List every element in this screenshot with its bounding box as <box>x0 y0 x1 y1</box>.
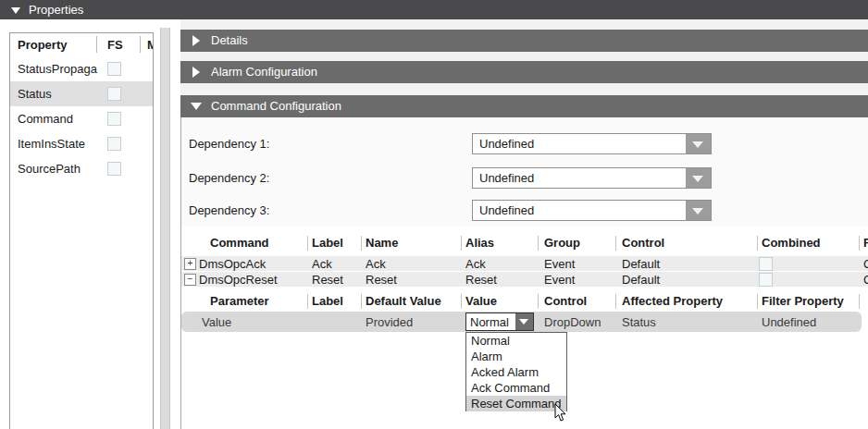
column-divider <box>140 36 141 53</box>
row-label: ItemInsState <box>18 137 103 151</box>
sidebar-item-status[interactable]: Status <box>10 81 153 106</box>
dropdown-option-normal[interactable]: Normal <box>466 333 566 349</box>
cell-affected-property: Status <box>622 315 656 329</box>
column-divider <box>96 36 97 53</box>
col-label: Label <box>312 236 343 250</box>
value-dropdown[interactable]: Normal <box>465 313 534 331</box>
cell-clipped: C <box>863 273 868 287</box>
dependency-1-dropdown[interactable]: Undefined <box>472 133 712 154</box>
collapse-triangle-icon[interactable] <box>11 7 20 14</box>
dropdown-button[interactable] <box>686 201 711 220</box>
column-divider <box>461 236 462 251</box>
cell-command: DmsOpcReset <box>199 273 278 287</box>
triangle-down-icon <box>519 319 528 325</box>
cell-default-value: Provided <box>366 315 413 329</box>
row-label: StatusPropaga <box>18 62 103 76</box>
dropdown-value: Undefined <box>479 203 534 217</box>
col-affected-property: Affected Property <box>622 294 723 308</box>
fs-checkbox[interactable] <box>107 112 121 126</box>
section-alarm-configuration[interactable]: Alarm Configuration <box>180 61 868 83</box>
column-divider <box>615 294 616 309</box>
cell-group: Event <box>544 273 575 287</box>
sidebar-item-iteminsstate[interactable]: ItemInsState <box>10 131 153 156</box>
triangle-down-icon <box>692 208 703 214</box>
expand-icon[interactable]: + <box>184 258 196 270</box>
properties-window: Properties Property FS M StatusPropaga S… <box>0 0 868 429</box>
column-divider <box>461 294 462 309</box>
section-label: Alarm Configuration <box>211 65 317 79</box>
cell-group: Event <box>544 257 575 271</box>
column-divider <box>361 294 362 309</box>
property-grid: Property FS M StatusPropaga Status Comma… <box>9 32 154 429</box>
dependency-2-dropdown[interactable]: Undefined <box>472 167 712 189</box>
col-control: Control <box>544 294 587 308</box>
mouse-cursor-icon <box>553 403 566 425</box>
section-details[interactable]: Details <box>180 30 868 52</box>
col-alias: Alias <box>465 236 494 250</box>
dependency-1-label: Dependency 1: <box>189 137 269 151</box>
cell-clipped: C <box>863 257 868 271</box>
command-row-dmsopcack[interactable]: + DmsOpcAck Ack Ack Ack Event Default C <box>181 256 868 271</box>
cell-control: Default <box>622 257 660 271</box>
col-parameter: Parameter <box>210 294 269 308</box>
cell-alias: Reset <box>465 273 497 287</box>
column-divider <box>538 294 539 309</box>
dependency-2-label: Dependency 2: <box>189 171 269 185</box>
column-divider <box>859 236 860 251</box>
dropdown-button[interactable] <box>686 134 711 153</box>
col-control: Control <box>622 236 664 250</box>
parameter-row-value[interactable]: Value Provided Normal DropDown Status Un… <box>181 312 862 332</box>
sidebar-item-statuspropagation[interactable]: StatusPropaga <box>10 56 153 81</box>
col-default-value: Default Value <box>366 294 441 308</box>
dropdown-value: Undefined <box>479 137 534 151</box>
properties-header-bar: Properties <box>0 0 868 19</box>
dropdown-button[interactable] <box>515 313 533 330</box>
column-divider <box>361 236 362 251</box>
dependency-3-dropdown[interactable]: Undefined <box>472 200 712 221</box>
dropdown-option-acked-alarm[interactable]: Acked Alarm <box>466 364 566 380</box>
cell-command: DmsOpcAck <box>199 257 266 271</box>
column-divider <box>307 294 308 309</box>
dropdown-button[interactable] <box>686 168 711 188</box>
column-divider <box>538 236 539 251</box>
sidebar-item-command[interactable]: Command <box>10 106 153 131</box>
combined-checkbox[interactable] <box>759 257 773 271</box>
dropdown-option-reset-command[interactable]: Reset Command <box>466 396 566 411</box>
property-grid-header: Property FS M <box>10 33 153 56</box>
cell-parameter: Value <box>202 315 231 329</box>
section-command-configuration[interactable]: Command Configuration <box>180 95 868 117</box>
column-divider <box>615 236 616 251</box>
dropdown-value: Normal <box>470 315 509 329</box>
command-row-dmsopcreset[interactable]: − DmsOpcReset Reset Reset Reset Event De… <box>181 272 868 287</box>
col-value: Value <box>465 294 497 308</box>
fs-checkbox[interactable] <box>107 87 121 101</box>
cell-label: Reset <box>312 273 343 287</box>
section-label: Command Configuration <box>211 99 341 113</box>
column-divider <box>757 236 758 251</box>
sidebar-item-sourcepath[interactable]: SourcePath <box>10 156 153 181</box>
triangle-down-icon <box>692 176 703 182</box>
combined-checkbox[interactable] <box>759 273 773 287</box>
collapse-icon[interactable]: − <box>184 274 196 286</box>
col-m: M <box>147 38 154 52</box>
cell-control: Default <box>622 273 660 287</box>
col-command: Command <box>210 236 269 250</box>
value-dropdown-list: Normal Alarm Acked Alarm Ack Command Res… <box>465 332 567 411</box>
triangle-down-icon <box>692 141 703 148</box>
row-label: Status <box>18 87 103 101</box>
window-title: Properties <box>29 3 83 17</box>
fs-checkbox[interactable] <box>107 137 121 151</box>
cell-control: DropDown <box>544 315 601 329</box>
dropdown-option-alarm[interactable]: Alarm <box>466 349 566 364</box>
col-group: Group <box>544 236 580 250</box>
row-label: Command <box>18 112 103 126</box>
vertical-scrollbar[interactable] <box>160 28 170 429</box>
dropdown-option-ack-command[interactable]: Ack Command <box>466 380 566 396</box>
row-label: SourcePath <box>18 162 103 176</box>
fs-checkbox[interactable] <box>107 62 121 76</box>
cell-name: Ack <box>366 257 386 271</box>
chevron-down-icon <box>191 103 202 110</box>
column-divider <box>307 236 308 251</box>
col-clipped: F <box>863 236 868 250</box>
fs-checkbox[interactable] <box>107 162 121 176</box>
